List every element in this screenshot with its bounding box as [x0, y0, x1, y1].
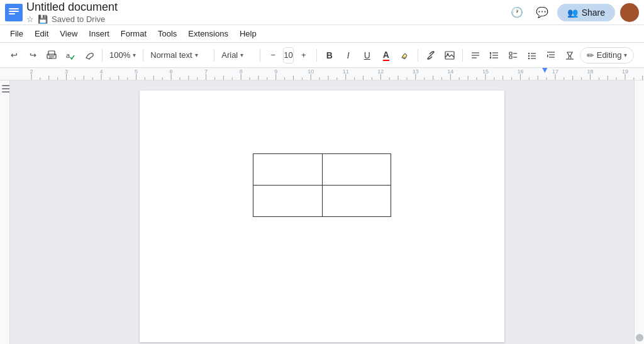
- zoom-arrow: ▾: [133, 52, 136, 58]
- svg-rect-7: [49, 58, 52, 58]
- right-scrollbar: [634, 80, 644, 344]
- highlight-button[interactable]: [396, 47, 414, 64]
- ruler: [0, 68, 644, 80]
- bullet-list-button[interactable]: [523, 47, 541, 64]
- link-button[interactable]: [422, 47, 440, 64]
- svg-rect-6: [49, 57, 54, 57]
- font-arrow: ▾: [240, 52, 243, 58]
- editing-mode-button[interactable]: ✏ Editing ▾: [580, 47, 635, 64]
- menu-bar: File Edit View Insert Format Tools Exten…: [0, 25, 644, 43]
- document-area[interactable]: [10, 80, 634, 344]
- editing-arrow: ▾: [624, 52, 627, 58]
- table-row: [253, 154, 391, 186]
- svg-rect-3: [9, 13, 15, 14]
- menu-edit[interactable]: Edit: [30, 27, 53, 40]
- divider-5: [316, 49, 317, 62]
- divider-2: [143, 49, 143, 62]
- document-table[interactable]: [253, 153, 391, 217]
- font-size-increase-button[interactable]: +: [295, 47, 313, 64]
- table-cell[interactable]: [322, 186, 391, 217]
- line-spacing-button[interactable]: [486, 47, 503, 64]
- font-size-input[interactable]: 10: [283, 47, 293, 64]
- star-icon[interactable]: ☆: [26, 14, 34, 24]
- style-arrow: ▾: [195, 52, 198, 58]
- ruler-canvas: [0, 68, 644, 80]
- svg-rect-19: [509, 56, 512, 58]
- menu-extensions[interactable]: Extensions: [183, 27, 233, 40]
- divider-3: [214, 49, 214, 62]
- left-panel: ☰: [0, 80, 10, 344]
- bold-button[interactable]: B: [321, 47, 338, 64]
- menu-tools[interactable]: Tools: [153, 27, 182, 40]
- spellcheck-button[interactable]: a: [62, 47, 79, 64]
- editing-label: Editing: [597, 50, 622, 60]
- undo-button[interactable]: ↩: [5, 47, 23, 64]
- indent-button[interactable]: [542, 47, 560, 64]
- history-button[interactable]: 🕐: [507, 3, 527, 23]
- svg-rect-1: [9, 8, 19, 9]
- user-avatar[interactable]: [620, 3, 639, 22]
- table-cell[interactable]: [253, 154, 323, 186]
- svg-line-30: [569, 56, 569, 58]
- print-button[interactable]: [43, 47, 60, 64]
- svg-line-31: [570, 56, 571, 58]
- clear-format-button[interactable]: [561, 47, 579, 64]
- style-select[interactable]: Normal text ▾: [147, 47, 210, 64]
- document-title[interactable]: Untitled document: [26, 1, 503, 14]
- menu-file[interactable]: File: [5, 27, 28, 40]
- table-row: [253, 186, 391, 217]
- zoom-select[interactable]: 100% ▾: [106, 47, 139, 64]
- comments-button[interactable]: 💬: [532, 3, 552, 23]
- header-right: 🕐 💬 👥 Share: [507, 3, 639, 23]
- main-area: ☰: [0, 80, 644, 344]
- svg-rect-17: [509, 52, 512, 55]
- docs-logo-icon: [5, 4, 23, 21]
- svg-point-21: [528, 52, 530, 53]
- pencil-icon: ✏: [587, 50, 594, 60]
- table-cell[interactable]: [322, 154, 391, 186]
- saved-status: Saved to Drive: [52, 14, 105, 24]
- share-icon: 👥: [567, 8, 578, 18]
- title-bar: Untitled document ☆ 💾 Saved to Drive 🕐 💬…: [0, 0, 644, 25]
- checklist-button[interactable]: [504, 47, 522, 64]
- align-button[interactable]: [467, 47, 484, 64]
- svg-point-25: [528, 57, 530, 58]
- menu-format[interactable]: Format: [116, 27, 152, 40]
- font-size-decrease-button[interactable]: −: [264, 47, 282, 64]
- svg-rect-2: [9, 11, 19, 12]
- toolbar: ↩ ↪ a 100% ▾ Normal text ▾ Arial ▾ − 10 …: [0, 43, 644, 68]
- underline-button[interactable]: U: [358, 47, 376, 64]
- svg-rect-4: [48, 51, 55, 55]
- italic-button[interactable]: I: [340, 47, 357, 64]
- share-button[interactable]: 👥 Share: [557, 4, 615, 21]
- svg-point-23: [528, 55, 530, 56]
- text-color-icon: A: [383, 50, 389, 61]
- image-button[interactable]: [441, 47, 458, 64]
- menu-help[interactable]: Help: [235, 27, 262, 40]
- outline-toggle-button[interactable]: ☰: [1, 83, 10, 95]
- scroll-handle[interactable]: [636, 334, 643, 341]
- title-area: Untitled document ☆ 💾 Saved to Drive: [26, 1, 503, 25]
- redo-button[interactable]: ↪: [24, 47, 42, 64]
- divider-1: [102, 49, 103, 62]
- svg-rect-9: [445, 52, 454, 59]
- table-cell[interactable]: [253, 186, 323, 217]
- drive-icon[interactable]: 💾: [38, 14, 48, 24]
- title-icons: ☆ 💾 Saved to Drive: [26, 14, 503, 24]
- menu-view[interactable]: View: [55, 27, 82, 40]
- svg-text:a: a: [66, 52, 70, 59]
- text-color-button[interactable]: A: [377, 47, 395, 64]
- menu-insert[interactable]: Insert: [84, 27, 114, 40]
- table-container: [253, 153, 391, 217]
- divider-6: [418, 49, 418, 62]
- document-page: [140, 91, 504, 342]
- divider-4: [260, 49, 260, 62]
- font-select[interactable]: Arial ▾: [218, 47, 256, 64]
- paint-button[interactable]: [80, 47, 98, 64]
- toolbar-collapse-button[interactable]: ∧: [638, 47, 644, 64]
- svg-rect-0: [5, 4, 23, 21]
- divider-7: [462, 49, 463, 62]
